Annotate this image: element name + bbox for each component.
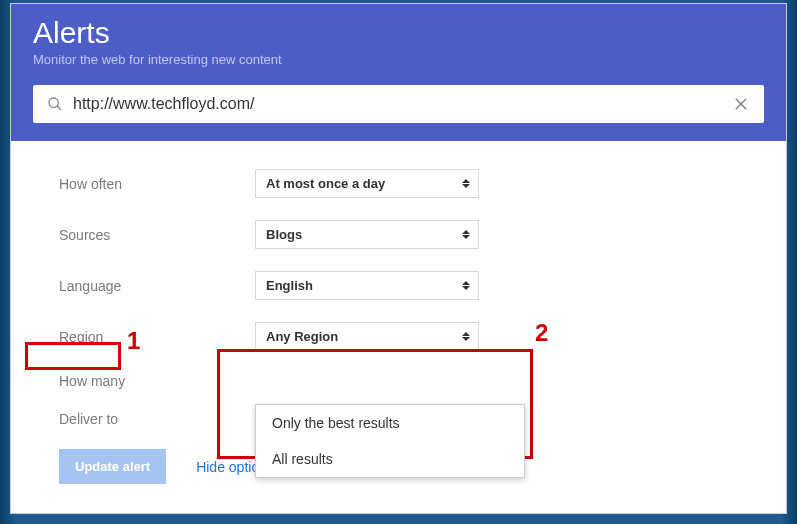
label-sources: Sources: [59, 227, 255, 243]
dropdown-option-best[interactable]: Only the best results: [256, 405, 524, 441]
header: Alerts Monitor the web for interesting n…: [11, 4, 786, 141]
update-alert-button[interactable]: Update alert: [59, 449, 166, 484]
close-icon[interactable]: [732, 95, 750, 113]
updown-icon: [462, 281, 470, 290]
row-how-many: How many: [59, 373, 738, 389]
select-value: Any Region: [266, 329, 338, 344]
select-how-often[interactable]: At most once a day: [255, 169, 479, 198]
updown-icon: [462, 230, 470, 239]
select-value: At most once a day: [266, 176, 385, 191]
search-box[interactable]: [33, 85, 764, 123]
select-region[interactable]: Any Region: [255, 322, 479, 351]
select-language[interactable]: English: [255, 271, 479, 300]
label-deliver-to: Deliver to: [59, 411, 255, 427]
row-how-often: How often At most once a day: [59, 169, 738, 198]
updown-icon: [462, 179, 470, 188]
row-language: Language English: [59, 271, 738, 300]
label-how-many: How many: [59, 373, 255, 389]
select-value: English: [266, 278, 313, 293]
page-subtitle: Monitor the web for interesting new cont…: [33, 52, 764, 67]
label-language: Language: [59, 278, 255, 294]
search-icon: [47, 96, 63, 112]
form-area: How often At most once a day Sources Blo…: [11, 141, 786, 513]
svg-point-0: [49, 98, 58, 107]
dropdown-option-all[interactable]: All results: [256, 441, 524, 477]
how-many-dropdown: Only the best results All results: [255, 404, 525, 478]
select-sources[interactable]: Blogs: [255, 220, 479, 249]
row-sources: Sources Blogs: [59, 220, 738, 249]
updown-icon: [462, 332, 470, 341]
row-region: Region Any Region: [59, 322, 738, 351]
select-value: Blogs: [266, 227, 302, 242]
page-title: Alerts: [33, 16, 764, 50]
label-how-often: How often: [59, 176, 255, 192]
search-input[interactable]: [73, 95, 732, 113]
alerts-container: Alerts Monitor the web for interesting n…: [10, 3, 787, 514]
svg-line-1: [57, 106, 61, 110]
label-region: Region: [59, 329, 255, 345]
